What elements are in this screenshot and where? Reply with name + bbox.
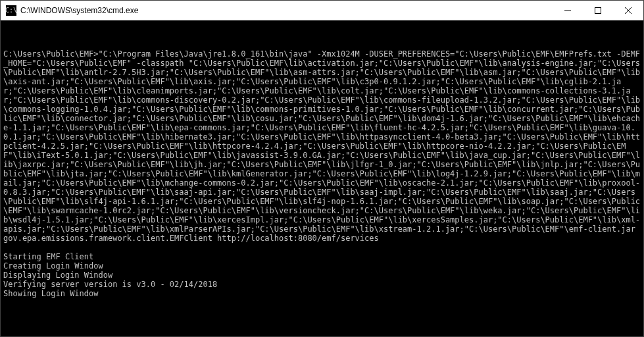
terminal-status-line: Showing Login Window bbox=[3, 289, 641, 298]
terminal-status-line: Creating Login Window bbox=[3, 261, 641, 271]
terminal-output[interactable]: C:\Users\Public\EMF>"C:\Program Files\Ja… bbox=[1, 20, 643, 336]
maximize-icon bbox=[595, 7, 601, 14]
minimize-button[interactable] bbox=[553, 1, 583, 20]
terminal-status-line: Displaying Login Window bbox=[3, 271, 641, 280]
window-titlebar: C:\ C:\WINDOWS\system32\cmd.exe bbox=[1, 1, 643, 20]
terminal-blank-line bbox=[3, 31, 641, 40]
svg-rect-1 bbox=[595, 7, 601, 13]
window-title: C:\WINDOWS\system32\cmd.exe bbox=[20, 6, 553, 15]
close-icon bbox=[625, 7, 632, 14]
terminal-status-line: Starting EMF Client bbox=[3, 252, 641, 261]
maximize-button[interactable] bbox=[583, 1, 613, 20]
close-button[interactable] bbox=[613, 1, 643, 20]
terminal-status-lines: Starting EMF ClientCreating Login Window… bbox=[3, 252, 641, 298]
window-controls bbox=[553, 1, 643, 20]
terminal-command-block: C:\Users\Public\EMF>"C:\Program Files\Ja… bbox=[3, 49, 641, 243]
terminal-status-line: Verifying server version is v3.0 - 02/14… bbox=[3, 280, 641, 289]
minimize-icon bbox=[564, 7, 571, 14]
cmd-icon: C:\ bbox=[6, 5, 16, 16]
